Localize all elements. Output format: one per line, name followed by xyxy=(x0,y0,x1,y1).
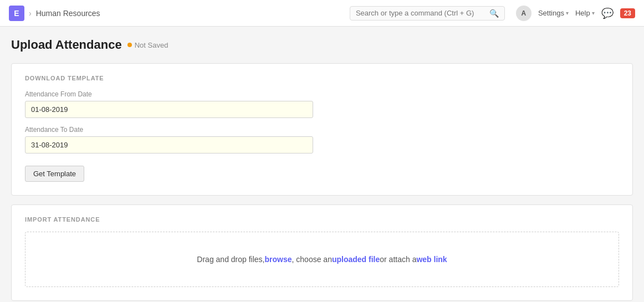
uploaded-file-link[interactable]: uploaded file xyxy=(332,255,380,264)
download-template-section: DOWNLOAD TEMPLATE Attendance From Date A… xyxy=(12,64,632,195)
page-title: Upload Attendance xyxy=(11,38,122,52)
status-text: Not Saved xyxy=(135,41,168,49)
to-date-field: Attendance To Date xyxy=(25,126,619,153)
app-icon[interactable]: E xyxy=(9,6,24,21)
drop-text-before: Drag and drop files, xyxy=(197,255,264,264)
drop-text-after: or attach a xyxy=(380,255,416,264)
from-date-input[interactable] xyxy=(25,101,313,118)
to-date-label: Attendance To Date xyxy=(25,126,619,134)
import-attendance-label: IMPORT ATTENDANCE xyxy=(25,216,619,223)
get-template-button[interactable]: Get Template xyxy=(25,166,84,182)
from-date-label: Attendance From Date xyxy=(25,90,619,98)
settings-chevron-icon: ▾ xyxy=(566,10,569,16)
topbar-actions: A Settings ▾ Help ▾ 💬 23 xyxy=(516,6,635,21)
help-chevron-icon: ▾ xyxy=(592,10,595,16)
not-saved-dot-icon xyxy=(127,43,132,47)
notification-badge[interactable]: 23 xyxy=(620,8,635,18)
web-link-link[interactable]: web link xyxy=(416,255,447,264)
page-title-row: Upload Attendance Not Saved xyxy=(11,38,633,52)
to-date-input[interactable] xyxy=(25,136,313,153)
drop-text-mid: , choose an xyxy=(292,255,332,264)
breadcrumb-text: Human Resources xyxy=(36,9,100,18)
browse-link[interactable]: browse xyxy=(265,255,292,264)
chat-icon[interactable]: 💬 xyxy=(601,7,614,19)
import-attendance-section: IMPORT ATTENDANCE Drag and drop files, b… xyxy=(12,205,632,300)
topbar: E › Human Resources 🔍 A Settings ▾ Help … xyxy=(0,0,644,27)
page-content: Upload Attendance Not Saved DOWNLOAD TEM… xyxy=(0,27,644,302)
from-date-field: Attendance From Date xyxy=(25,90,619,118)
import-attendance-card: IMPORT ATTENDANCE Drag and drop files, b… xyxy=(11,204,633,301)
download-template-card: DOWNLOAD TEMPLATE Attendance From Date A… xyxy=(11,63,633,196)
breadcrumb-separator: › xyxy=(29,9,32,18)
settings-button[interactable]: Settings ▾ xyxy=(538,9,569,17)
help-button[interactable]: Help ▾ xyxy=(575,9,595,17)
search-input[interactable] xyxy=(356,9,486,17)
download-template-label: DOWNLOAD TEMPLATE xyxy=(25,75,619,81)
drop-zone[interactable]: Drag and drop files, browse, choose an u… xyxy=(25,232,619,287)
avatar[interactable]: A xyxy=(516,6,531,21)
search-bar[interactable]: 🔍 xyxy=(350,6,505,21)
status-badge: Not Saved xyxy=(127,41,168,49)
search-icon: 🔍 xyxy=(489,9,499,18)
